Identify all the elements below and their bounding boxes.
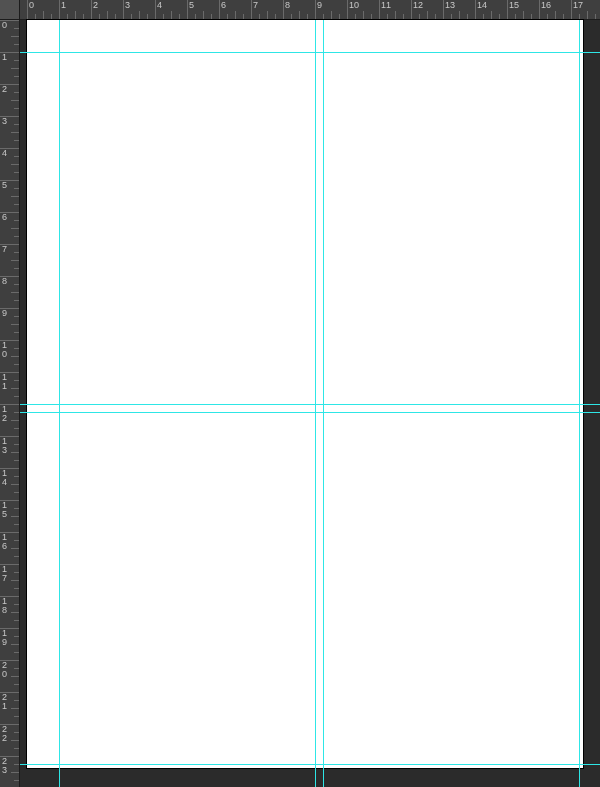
ruler-v-subtick bbox=[14, 348, 19, 349]
ruler-h-subtick bbox=[587, 11, 588, 19]
ruler-v-subtick bbox=[14, 268, 19, 269]
ruler-vertical[interactable]: 01234567891 01 11 21 31 41 51 61 71 81 9… bbox=[0, 20, 20, 787]
ruler-h-subtick bbox=[107, 11, 108, 19]
ruler-v-subtick bbox=[14, 108, 19, 109]
ruler-v-subtick bbox=[11, 356, 19, 357]
ruler-v-subtick bbox=[14, 460, 19, 461]
ruler-h-subtick bbox=[403, 14, 404, 19]
ruler-v-subtick bbox=[11, 516, 19, 517]
ruler-h-subtick bbox=[459, 11, 460, 19]
ruler-v-subtick bbox=[14, 572, 19, 573]
ruler-h-tick bbox=[155, 0, 156, 19]
ruler-v-subtick bbox=[11, 388, 19, 389]
guide-horizontal[interactable] bbox=[20, 412, 600, 413]
ruler-h-label: 13 bbox=[445, 1, 455, 10]
ruler-origin-box[interactable] bbox=[0, 0, 20, 20]
ruler-h-subtick bbox=[275, 14, 276, 19]
ruler-v-subtick bbox=[11, 164, 19, 165]
ruler-h-subtick bbox=[499, 14, 500, 19]
ruler-h-subtick bbox=[99, 14, 100, 19]
ruler-h-subtick bbox=[371, 14, 372, 19]
ruler-h-subtick bbox=[35, 14, 36, 19]
ruler-v-subtick bbox=[14, 588, 19, 589]
ruler-h-label: 16 bbox=[541, 1, 551, 10]
ruler-v-label: 0 bbox=[2, 21, 7, 30]
ruler-v-subtick bbox=[11, 708, 19, 709]
ruler-v-subtick bbox=[14, 636, 19, 637]
ruler-h-subtick bbox=[51, 14, 52, 19]
ruler-h-subtick bbox=[235, 11, 236, 19]
ruler-h-tick bbox=[187, 0, 188, 19]
ruler-h-tick bbox=[379, 0, 380, 19]
ruler-h-tick bbox=[443, 0, 444, 19]
ruler-h-tick bbox=[347, 0, 348, 19]
ruler-h-subtick bbox=[179, 14, 180, 19]
ruler-h-subtick bbox=[227, 14, 228, 19]
ruler-v-subtick bbox=[14, 76, 19, 77]
ruler-v-label: 4 bbox=[2, 149, 7, 158]
ruler-v-subtick bbox=[14, 428, 19, 429]
ruler-h-subtick bbox=[243, 14, 244, 19]
ruler-v-subtick bbox=[14, 780, 19, 781]
ruler-v-label: 1 4 bbox=[2, 469, 7, 487]
ruler-h-label: 2 bbox=[93, 1, 98, 10]
ruler-v-subtick bbox=[14, 748, 19, 749]
document-canvas[interactable] bbox=[27, 20, 583, 768]
ruler-v-label: 6 bbox=[2, 213, 7, 222]
ruler-horizontal[interactable]: 0123456789101112131415161718 bbox=[20, 0, 600, 20]
ruler-v-subtick bbox=[14, 540, 19, 541]
ruler-v-subtick bbox=[11, 420, 19, 421]
ruler-h-subtick bbox=[339, 14, 340, 19]
ruler-v-subtick bbox=[14, 444, 19, 445]
ruler-h-tick bbox=[475, 0, 476, 19]
ruler-h-tick bbox=[283, 0, 284, 19]
ruler-h-subtick bbox=[435, 14, 436, 19]
ruler-h-subtick bbox=[523, 11, 524, 19]
ruler-v-subtick bbox=[11, 68, 19, 69]
ruler-v-subtick bbox=[14, 332, 19, 333]
ruler-h-subtick bbox=[451, 14, 452, 19]
ruler-h-subtick bbox=[83, 14, 84, 19]
ruler-v-subtick bbox=[14, 300, 19, 301]
ruler-h-label: 9 bbox=[317, 1, 322, 10]
guide-horizontal[interactable] bbox=[20, 52, 600, 53]
guide-horizontal[interactable] bbox=[20, 404, 600, 405]
ruler-h-tick bbox=[27, 0, 28, 19]
ruler-v-subtick bbox=[14, 28, 19, 29]
ruler-h-tick bbox=[123, 0, 124, 19]
ruler-h-subtick bbox=[163, 14, 164, 19]
ruler-v-label: 1 6 bbox=[2, 533, 7, 551]
workspace[interactable] bbox=[20, 20, 600, 787]
ruler-h-subtick bbox=[555, 11, 556, 19]
ruler-v-subtick bbox=[11, 644, 19, 645]
ruler-v-label: 1 3 bbox=[2, 437, 7, 455]
ruler-h-subtick bbox=[579, 14, 580, 19]
ruler-v-subtick bbox=[11, 772, 19, 773]
ruler-v-subtick bbox=[14, 380, 19, 381]
ruler-h-label: 0 bbox=[29, 1, 34, 10]
ruler-v-label: 2 bbox=[2, 85, 7, 94]
guide-horizontal[interactable] bbox=[20, 764, 600, 765]
ruler-v-subtick bbox=[14, 764, 19, 765]
ruler-h-subtick bbox=[515, 14, 516, 19]
ruler-v-subtick bbox=[14, 92, 19, 93]
ruler-v-label: 9 bbox=[2, 309, 7, 318]
ruler-h-subtick bbox=[211, 14, 212, 19]
ruler-v-label: 3 bbox=[2, 117, 7, 126]
ruler-h-subtick bbox=[195, 14, 196, 19]
ruler-v-subtick bbox=[14, 172, 19, 173]
ruler-v-subtick bbox=[14, 476, 19, 477]
ruler-h-subtick bbox=[563, 14, 564, 19]
ruler-h-label: 17 bbox=[573, 1, 583, 10]
ruler-v-subtick bbox=[14, 508, 19, 509]
ruler-h-label: 11 bbox=[381, 1, 391, 10]
ruler-h-tick bbox=[315, 0, 316, 19]
ruler-v-subtick bbox=[14, 316, 19, 317]
ruler-h-subtick bbox=[595, 14, 596, 19]
ruler-v-subtick bbox=[14, 732, 19, 733]
ruler-h-subtick bbox=[531, 14, 532, 19]
ruler-v-label: 2 1 bbox=[2, 693, 7, 711]
ruler-h-label: 10 bbox=[349, 1, 359, 10]
ruler-v-subtick bbox=[11, 100, 19, 101]
ruler-v-subtick bbox=[11, 548, 19, 549]
